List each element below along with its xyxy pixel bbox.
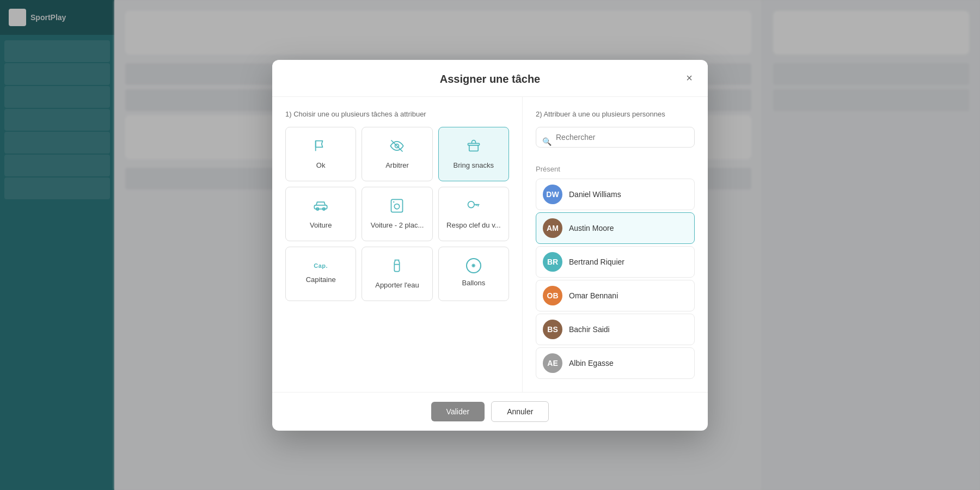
task-ok-label: Ok [316, 161, 326, 169]
bottle-icon [389, 258, 405, 275]
snacks-icon [466, 138, 481, 156]
task-voiture-2-label: Voiture - 2 plac... [371, 221, 424, 229]
search-icon: 🔍 [542, 137, 552, 146]
modal-title: Assigner une tâche [290, 73, 690, 85]
avatar-albin-egasse: AE [543, 353, 562, 373]
avatar-austin-moore: AM [543, 218, 562, 238]
task-arbitrer-label: Arbitrer [385, 161, 409, 169]
task-apporter-eau[interactable]: Apporter l'eau [362, 247, 432, 301]
flag-icon [313, 138, 328, 156]
person-name-daniel-williams: Daniel Williams [569, 190, 621, 199]
modal-body: 1) Choisir une ou plusieurs tâches à att… [272, 97, 708, 392]
task-voiture-label: Voiture [310, 221, 332, 229]
svg-rect-3 [468, 143, 479, 145]
eye-icon [389, 138, 405, 156]
svg-point-8 [395, 204, 400, 209]
avatar-omar-bennani: OB [543, 286, 562, 305]
cap-icon: Cap. [314, 258, 328, 270]
persons-panel: 2) Attribuer à une ou plusieurs personne… [523, 97, 708, 392]
person-item-austin-moore[interactable]: AM Austin Moore [536, 212, 695, 244]
person-item-bertrand-riquier[interactable]: BR Bertrand Riquier [536, 246, 695, 278]
svg-rect-7 [391, 199, 403, 212]
search-wrapper: 🔍 [536, 127, 695, 156]
svg-point-10 [468, 201, 474, 207]
task-apporter-eau-label: Apporter l'eau [375, 281, 419, 289]
close-button[interactable]: × [684, 70, 695, 85]
task-arbitrer[interactable]: Arbitrer [362, 127, 432, 181]
person-item-bachir-saidi[interactable]: BS Bachir Saidi [536, 314, 695, 345]
task-voiture[interactable]: Voiture [285, 187, 356, 241]
person-name-bachir-saidi: Bachir Saidi [569, 325, 610, 334]
car-icon [313, 198, 328, 216]
avatar-bachir-saidi: BS [543, 320, 562, 339]
person-name-albin-egasse: Albin Egasse [569, 359, 614, 367]
task-voiture-2-plac[interactable]: Voiture - 2 plac... [362, 187, 432, 241]
tasks-panel: 1) Choisir une ou plusieurs tâches à att… [272, 97, 523, 392]
task-bring-snacks[interactable]: Bring snacks [438, 127, 509, 181]
task-respo-clef[interactable]: Respo clef du v... [438, 187, 509, 241]
person-item-omar-bennani[interactable]: OB Omar Bennani [536, 280, 695, 311]
person-name-austin-moore: Austin Moore [569, 224, 614, 232]
washing-icon [389, 198, 405, 216]
present-section-label: Présent [536, 165, 695, 173]
tasks-panel-label: 1) Choisir une ou plusieurs tâches à att… [285, 110, 509, 118]
person-item-daniel-williams[interactable]: DW Daniel Williams [536, 179, 695, 210]
task-respo-clef-label: Respo clef du v... [446, 221, 500, 229]
valider-button[interactable]: Valider [431, 402, 485, 421]
task-bring-snacks-label: Bring snacks [454, 161, 494, 169]
task-ballons-label: Ballons [462, 279, 486, 287]
avatar-bertrand-riquier: BR [543, 252, 562, 272]
person-item-albin-egasse[interactable]: AE Albin Egasse [536, 347, 695, 379]
modal-overlay: Assigner une tâche × 1) Choisir une ou p… [0, 0, 980, 490]
annuler-button[interactable]: Annuler [491, 401, 549, 422]
ballons-icon: ◉ [466, 258, 481, 273]
persons-panel-label: 2) Attribuer à une ou plusieurs personne… [536, 110, 695, 118]
tasks-grid: Ok Arbitrer Bring snacks [285, 127, 509, 301]
task-ballons[interactable]: ◉ Ballons [438, 247, 509, 301]
modal-header: Assigner une tâche × [272, 60, 708, 97]
task-ok[interactable]: Ok [285, 127, 356, 181]
task-capitaine[interactable]: Cap. Capitaine [285, 247, 356, 301]
search-input[interactable] [536, 127, 695, 148]
modal-footer: Valider Annuler [272, 392, 708, 431]
assign-task-modal: Assigner une tâche × 1) Choisir une ou p… [272, 60, 708, 431]
person-name-omar-bennani: Omar Bennani [569, 291, 618, 300]
task-capitaine-label: Capitaine [306, 275, 336, 284]
person-name-bertrand-riquier: Bertrand Riquier [569, 258, 624, 266]
person-list: DW Daniel Williams AM Austin Moore BR Be… [536, 179, 695, 379]
avatar-daniel-williams: DW [543, 185, 562, 204]
key-icon [466, 198, 481, 216]
